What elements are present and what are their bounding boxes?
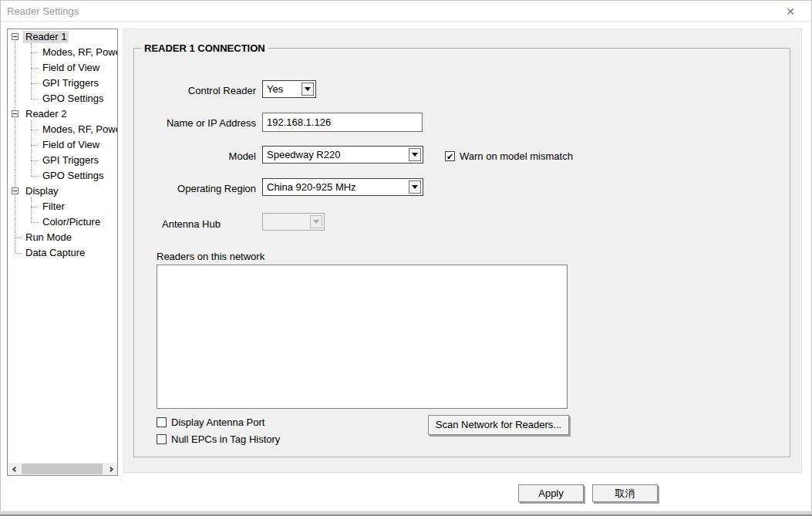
warn-mismatch-label[interactable]: Warn on model mismatch	[460, 150, 573, 162]
null-epcs-checkbox[interactable]	[157, 434, 167, 444]
tree-item[interactable]: GPI Triggers	[40, 77, 101, 89]
scan-network-button[interactable]: Scan Network for Readers...	[428, 415, 569, 435]
tree-item[interactable]: Data Capture	[23, 247, 87, 259]
tree-connector-line	[31, 83, 39, 84]
tree-connector-line	[31, 68, 39, 69]
name-ip-input[interactable]	[262, 113, 423, 132]
model-dropdown[interactable]: Speedway R220	[262, 146, 423, 164]
title-bar: Reader Settings ✕	[1, 1, 811, 22]
tree-item[interactable]: Display	[23, 185, 61, 197]
operating-region-label: Operating Region	[133, 183, 256, 194]
tree-connector-line	[31, 207, 39, 207]
tree-item[interactable]: GPI Triggers	[40, 154, 101, 167]
tree-item[interactable]: GPO Settings	[40, 93, 106, 105]
reader-settings-dialog: Reader Settings ✕ Reader 1Modes, RF, Pow…	[0, 0, 812, 516]
tree-item[interactable]: Color/Picture	[40, 216, 103, 228]
tree-expand-toggle-icon[interactable]	[12, 33, 19, 40]
antenna-hub-label: Antenna Hub	[162, 218, 221, 230]
tree-expand-toggle-icon[interactable]	[12, 110, 19, 117]
tree-connector-line	[15, 238, 22, 238]
combo-arrow-button[interactable]	[409, 180, 421, 194]
tree-connector-line	[31, 222, 39, 223]
scrollbar-right-arrow-icon[interactable]	[105, 463, 117, 475]
tree-connector-line	[31, 130, 39, 130]
operating-region-dropdown[interactable]: China 920-925 MHz	[262, 178, 423, 196]
control-reader-value: Yes	[263, 81, 300, 97]
control-reader-dropdown[interactable]: Yes	[262, 80, 316, 98]
tree-item[interactable]: Run Mode	[23, 231, 74, 244]
readers-listbox[interactable]	[157, 265, 568, 409]
tree-connector-line	[15, 253, 22, 254]
antenna-hub-dropdown	[262, 213, 325, 231]
antenna-hub-value	[263, 214, 308, 230]
tree-horizontal-scrollbar[interactable]	[8, 463, 117, 475]
tree-expand-toggle-icon[interactable]	[12, 187, 19, 194]
tree-connector-line	[15, 41, 15, 253]
scrollbar-thumb[interactable]	[22, 464, 103, 474]
combo-arrow-button	[310, 215, 322, 228]
tree-item[interactable]: Field of View	[40, 62, 102, 74]
tree-item[interactable]: GPO Settings	[40, 170, 106, 182]
tree-connector-line	[31, 160, 39, 161]
tree-item[interactable]: Field of View	[40, 139, 102, 151]
tree-item[interactable]: Filter	[40, 201, 67, 213]
tree-connector-line	[31, 99, 39, 99]
name-ip-label: Name or IP Address	[133, 117, 256, 129]
combo-arrow-button[interactable]	[302, 83, 314, 96]
apply-button[interactable]: Apply	[518, 484, 584, 502]
scrollbar-left-arrow-icon[interactable]	[8, 463, 20, 475]
chevron-down-icon	[313, 220, 319, 224]
tree-connector-line	[31, 120, 32, 176]
close-icon[interactable]: ✕	[779, 4, 802, 19]
null-epcs-label[interactable]: Null EPCs in Tag History	[171, 433, 280, 445]
readers-list-label: Readers on this network	[157, 251, 264, 262]
tree-connector-line	[31, 52, 39, 53]
tree-item[interactable]: Modes, RF, Powe	[40, 46, 117, 59]
display-antenna-port-checkbox[interactable]	[157, 417, 167, 427]
control-reader-label: Control Reader	[133, 85, 256, 96]
tree-connector-line	[31, 197, 32, 222]
warn-mismatch-checkbox[interactable]: ✔	[445, 151, 455, 161]
display-antenna-port-label[interactable]: Display Antenna Port	[171, 417, 264, 428]
tree-connector-line	[31, 145, 39, 146]
tree-connector-line	[31, 43, 32, 99]
window-title: Reader Settings	[7, 5, 79, 17]
tree-item[interactable]: Reader 1	[23, 31, 69, 43]
model-label: Model	[133, 150, 256, 162]
cancel-button[interactable]: 取消	[592, 484, 658, 502]
window-bottom-edge	[0, 511, 812, 516]
group-title: READER 1 CONNECTION	[141, 42, 268, 54]
model-value: Speedway R220	[263, 147, 407, 163]
combo-arrow-button[interactable]	[409, 148, 421, 161]
settings-tree: Reader 1Modes, RF, PoweField of ViewGPI …	[7, 29, 118, 476]
tree-connector-line	[31, 176, 39, 177]
tree-rows: Reader 1Modes, RF, PoweField of ViewGPI …	[8, 29, 117, 463]
operating-region-value: China 920-925 MHz	[263, 179, 407, 195]
tree-item[interactable]: Modes, RF, Powe	[40, 123, 117, 136]
chevron-down-icon	[305, 87, 311, 91]
chevron-down-icon	[412, 185, 418, 189]
chevron-down-icon	[412, 153, 418, 157]
tree-item[interactable]: Reader 2	[23, 108, 69, 120]
